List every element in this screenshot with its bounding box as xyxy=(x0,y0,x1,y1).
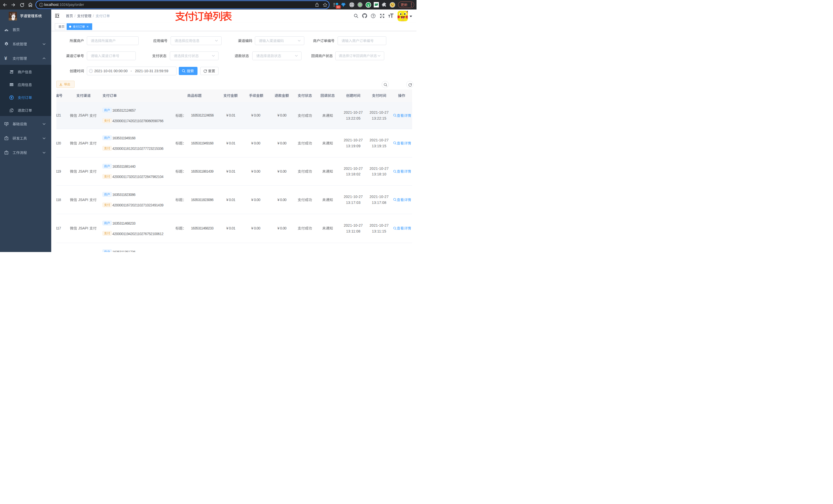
svg-text:¥: ¥ xyxy=(11,96,13,99)
svg-text:y: y xyxy=(367,3,369,7)
